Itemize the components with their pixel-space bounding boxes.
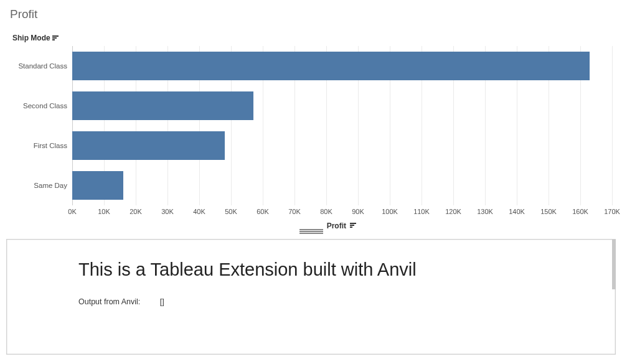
x-tick-label: 50K xyxy=(225,208,237,215)
x-tick-label: 10K xyxy=(98,208,110,215)
y-category-label: Same Day xyxy=(10,166,72,205)
data-bar[interactable] xyxy=(72,131,225,160)
bar-row xyxy=(72,166,612,205)
extension-output-value: [] xyxy=(160,297,164,306)
data-bar[interactable] xyxy=(72,52,590,80)
x-tick-label: 170K xyxy=(604,208,620,215)
x-tick-label: 90K xyxy=(352,208,364,215)
extension-output-row: Output from Anvil: [] xyxy=(78,297,544,306)
x-tick-label: 30K xyxy=(161,208,174,215)
x-tick-label: 80K xyxy=(320,208,332,215)
chart-panel: Profit Ship Mode Standard ClassSecond Cl… xyxy=(0,0,622,230)
x-tick-label: 120K xyxy=(445,208,461,215)
x-tick-label: 70K xyxy=(288,208,301,215)
y-axis-label[interactable]: Ship Mode xyxy=(10,34,612,42)
extension-output-label: Output from Anvil: xyxy=(78,297,140,306)
extension-panel: This is a Tableau Extension built with A… xyxy=(6,239,616,355)
chart-title: Profit xyxy=(10,7,612,21)
x-tick-label: 160K xyxy=(572,208,588,215)
y-category-label: Second Class xyxy=(10,86,72,126)
x-tick-label: 0K xyxy=(68,208,76,215)
gridline xyxy=(612,46,613,205)
x-tick-label: 20K xyxy=(130,208,142,215)
plot-area: Standard ClassSecond ClassFirst ClassSam… xyxy=(10,46,612,230)
y-category-label: First Class xyxy=(10,126,72,166)
bar-row xyxy=(72,46,612,86)
bar-row xyxy=(72,126,612,166)
bars-area: 0K10K20K30K40K50K60K70K80K90K100K110K120… xyxy=(72,46,612,230)
extension-heading: This is a Tableau Extension built with A… xyxy=(78,259,544,280)
sort-descending-icon xyxy=(350,223,357,229)
x-tick-label: 40K xyxy=(193,208,205,215)
x-tick-label: 60K xyxy=(257,208,269,215)
x-axis-label[interactable]: Profit xyxy=(72,222,612,230)
x-axis-ticks: 0K10K20K30K40K50K60K70K80K90K100K110K120… xyxy=(72,207,612,218)
x-tick-label: 110K xyxy=(413,208,430,215)
x-tick-label: 150K xyxy=(540,208,557,215)
x-tick-label: 100K xyxy=(382,208,398,215)
x-tick-label: 140K xyxy=(509,208,525,215)
data-bar[interactable] xyxy=(72,91,253,120)
data-bar[interactable] xyxy=(72,171,123,200)
x-axis-label-text: Profit xyxy=(327,222,346,230)
sort-descending-icon xyxy=(52,35,60,42)
y-category-label: Standard Class xyxy=(10,46,72,86)
resize-handle-icon[interactable] xyxy=(299,229,323,234)
bar-row xyxy=(72,86,612,126)
x-tick-label: 130K xyxy=(477,208,493,215)
y-axis-label-text: Ship Mode xyxy=(12,34,50,42)
y-category-labels: Standard ClassSecond ClassFirst ClassSam… xyxy=(10,46,72,230)
